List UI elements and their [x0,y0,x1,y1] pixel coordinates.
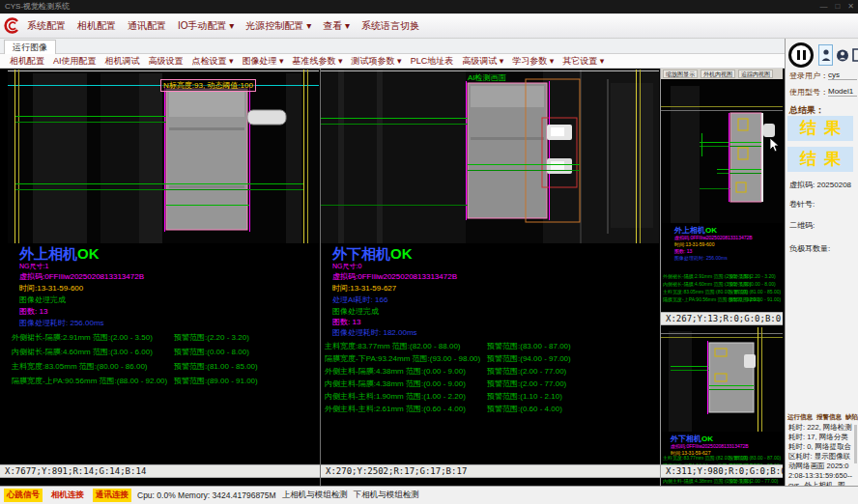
mid-elapsed: 图像处理耗时: 182.00ms [332,327,417,338]
menu-item-camera-config[interactable]: 相机配置 [72,17,121,35]
small-bottom-image [661,327,783,432]
left-camera-image [8,70,319,243]
mouse-cursor-icon [769,137,780,153]
exit-button[interactable] [851,44,858,66]
user-icon [821,48,831,62]
result-block-2: 结果 [787,147,853,172]
tab-zoom-view[interactable]: 缩放图显示 [663,70,698,78]
measure-row: 内侧主料-隔膜:4.38mm 范围:(0.00 - 9.00)预警范围:(2.0… [325,378,659,389]
toolbar-camera-config[interactable]: 相机配置 [6,55,48,68]
small-bottom-coord-status: X:311;Y:980;R:0;G:0;B:0 [661,464,783,478]
small-row: 主料宽度:83.77mm 范围:(82.00 - 88.00)预警范围:(83.… [663,455,783,461]
small-top-coord-status: X:267;Y:13;R:0;G:0;B:0 [661,312,783,325]
minimize-icon[interactable]: — [819,0,827,14]
left-frame-count: 图数: 13 [19,306,47,317]
toolbar-baseline-params[interactable]: 基准线参数 ▾ [289,55,347,68]
left-done: 图像处理完成 [19,294,66,305]
camera-link-badge: 相机连接 [48,489,87,502]
upper-camera-check[interactable]: 上相机与模组检测 [282,490,348,501]
title-bar: CYS-视觉检测系统 — □ ✕ [0,0,858,14]
maximize-icon[interactable]: □ [835,0,840,14]
tab-outer-view[interactable]: 外机内视图 [701,70,735,78]
right-view-column: 缩放图显示 外机内视图 追踪内视图 [661,69,783,486]
measure-row: 隔膜宽度-下PA:93.24mm 范围:(93.00 - 98.00)预警范围:… [325,353,659,364]
toolbar-image-processing[interactable]: 图像处理 ▾ [239,55,288,68]
measure-row: 主料宽度:83.77mm 范围:(82.00 - 88.00)预警范围:(83.… [325,341,659,351]
toolbar-camera-debug[interactable]: 相机调试 [101,55,144,68]
login-user-label: 登录用户： [789,70,828,81]
small-row: 主料宽度:83.05mm 范围:(80.00 - 86.00)预警范围:(81.… [663,289,783,294]
left-camera-view[interactable]: N标高度:93, 动态阈值:100 外上相机OK NG尺寸:1 虚拟码:0FFI… [8,70,319,463]
mid-ai-overlay-label: AI检测画面 [468,72,506,83]
toolbar-advanced-debug[interactable]: 高级调试 ▾ [458,55,507,68]
menu-item-language[interactable]: 系统语言切换 [357,17,424,35]
small-view-top[interactable]: 外上相机OK 虚拟码:0FFIIiw2025020813313472B 时间:1… [661,80,783,271]
tab-strip: 运行图像 [0,39,785,54]
toolbar-spot-check[interactable]: 点检设置 ▾ [188,55,238,68]
log-tabs: 运行信息 报警信息 缺陷信息 [787,413,858,422]
log-tab-defect[interactable]: 缺陷信息 [845,413,858,422]
toolbar: 相机配置 AI使用配置 相机调试 高级设置 点检设置 ▾ 图像处理 ▾ 基准线参… [0,54,785,69]
log-tab-alarm[interactable]: 报警信息 [816,413,842,422]
model-value[interactable]: Model1 [828,87,857,97]
side-panel: 登录用户： cys 使用型号： Model1 总结果： 结果 结果 虚拟码: 2… [785,39,858,486]
left-ng-line: NG尺寸:1 [19,262,48,271]
measure-row: 外侧裙长-隔膜:2.91mm 范围:(2.00 - 3.50)预警范围:(2.2… [12,332,319,343]
log-tab-run[interactable]: 运行信息 [787,413,813,422]
negative-tab-count-label: 负极耳数量: [789,243,830,254]
log-scrollbar[interactable] [854,425,857,463]
small-row: 内侧裙长-隔膜:4.60mm 范围:(3.00 - 6.00)预警范围:(0.0… [663,281,783,287]
model-label: 使用型号： [789,87,828,98]
toolbar-plc-table[interactable]: PLC地址表 [407,55,458,68]
toolbar-ai-config[interactable]: AI使用配置 [49,55,100,68]
mid-coord-status: X:270;Y:2502;R:17;G:17;B:17 [321,464,660,478]
toolbar-advanced-settings[interactable]: 高级设置 [145,55,187,68]
small-view-bottom[interactable]: 外下相机OK 虚拟码:0FFIIiw2025020813313472B 时间:1… [661,327,783,464]
switch-user-button[interactable] [836,44,849,66]
comm-link-badge: 通讯连接 [93,489,131,502]
small-row: 内侧主料-隔膜:4.38mm 范围:(0.00 - 9.00)预警范围:(2.0… [663,478,783,484]
left-virtual-code: 虚拟码:0FFIIiw2025020813313472B [19,271,144,282]
right-view-tabs: 缩放图显示 外机内视图 追踪内视图 [661,69,783,79]
menu-item-light-control[interactable]: 光源控制配置 ▾ [241,17,316,35]
tab-track-view[interactable]: 追踪内视图 [738,70,773,78]
app-window: CYS-视觉检测系统 — □ ✕ 系统配置 相机配置 通讯配置 IO手动配置 ▾… [0,0,858,504]
left-overlay-label: N标高度:93, 动态阈值:100 [160,79,256,92]
menu-item-comm-config[interactable]: 通讯配置 [123,17,171,35]
menu-item-system-config[interactable]: 系统配置 [22,17,71,35]
close-icon[interactable]: ✕ [847,0,854,14]
tab-run-image[interactable]: 运行图像 [4,40,56,54]
login-user-value[interactable]: cys [828,70,857,80]
small-bottom-code: 虚拟码:0FFIIiw2025020813313472B [671,443,749,449]
mid-ai-elapsed: 处理AI耗时: 166 [332,294,387,305]
measure-row: 外侧主料-主料:2.61mm 范围:(0.60 - 4.00)预警范围:(0.6… [325,404,659,414]
middle-camera-view[interactable]: AI检测画面 外下相机OK NG尺寸:0 虚拟码:0FFIIiw20250208… [321,70,659,463]
small-top-code: 虚拟码:0FFIIiw2025020813313472B [674,235,753,240]
toolbar-other-settings[interactable]: 其它设置 ▾ [558,55,608,68]
status-bar: 心跳信号 相机连接 通讯连接 Cpu: 0.0% Memory: 3424.41… [0,486,858,504]
qr-code-label: 二维码: [789,220,815,231]
app-logo-icon [3,17,20,35]
heartbeat-badge: 心跳信号 [4,489,43,502]
login-user-button[interactable] [818,44,833,66]
menu-bar: 系统配置 相机配置 通讯配置 IO手动配置 ▾ 光源控制配置 ▾ 查看 ▾ 系统… [0,14,858,39]
mid-ng-line: NG尺寸:0 [332,262,361,271]
mid-time: 时间:13-31-59-627 [332,283,396,294]
menu-item-view[interactable]: 查看 ▾ [318,17,355,35]
small-row: 外侧裙长-隔膜:2.91mm 范围:(2.00 - 3.50)预警范围:(2.2… [663,273,783,279]
lower-camera-check[interactable]: 下相机与模组检测 [354,490,419,501]
small-row: 隔膜宽度-上PA:90.56mm 范围:(88.00 - 92.00)预警范围:… [663,296,783,302]
mid-frame-count: 图数: 13 [332,317,360,327]
small-top-count: 图数: 13 [674,248,692,254]
pause-button[interactable] [788,42,814,68]
menu-item-io-manual[interactable]: IO手动配置 ▾ [173,17,239,35]
left-elapsed: 图像处理耗时: 256.00ms [19,318,104,328]
left-coord-status: X:7677;Y:891;R:14;G:14;B:14 [0,464,320,478]
toolbar-test-params[interactable]: 测试项参数 ▾ [348,55,406,68]
window-title: CYS-视觉检测系统 [5,2,70,11]
toolbar-learn-params[interactable]: 学习参数 ▾ [508,55,558,68]
main-content: N标高度:93, 动态阈值:100 外上相机OK NG尺寸:1 虚拟码:0FFI… [0,69,785,486]
pin-number-label: 卷针号: [789,199,815,210]
left-time: 时间:13-31-59-600 [19,283,83,294]
measure-row: 内侧主料-主料:1.90mm 范围:(1.00 - 2.20)预警范围:(1.1… [325,391,659,402]
